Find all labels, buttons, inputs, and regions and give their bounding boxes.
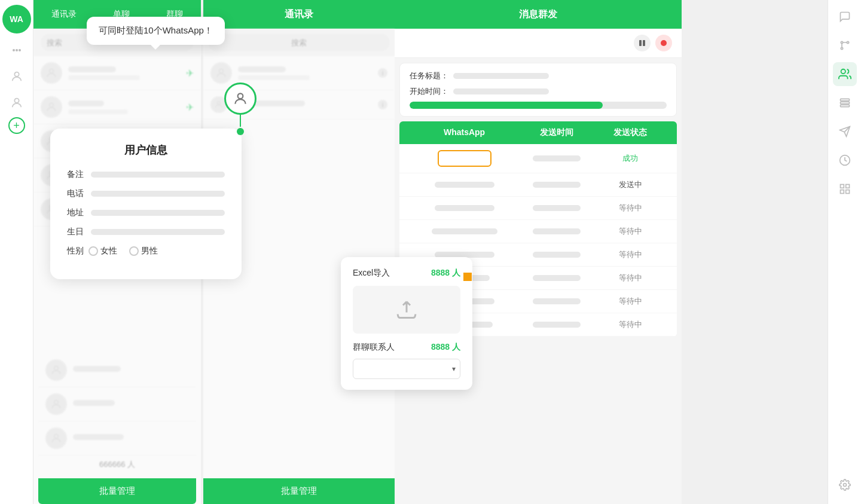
contact-item[interactable]: ✈	[33, 90, 201, 124]
gender-label: 性别	[67, 246, 84, 256]
add-account-button[interactable]: +	[8, 117, 25, 134]
contact-name	[68, 66, 116, 72]
svg-rect-23	[840, 99, 849, 100]
task-time-row: 开始时间：	[410, 86, 667, 97]
profile-circle-icon[interactable]	[224, 83, 257, 115]
send-time-cell	[520, 205, 593, 211]
svg-point-3	[14, 72, 19, 77]
nav-contacts[interactable]: 通讯录	[51, 9, 77, 20]
group-contact-row: 群聊联系人 8888 人	[353, 342, 460, 353]
avatar	[45, 359, 67, 381]
status-pending: 等待中	[619, 249, 642, 260]
clock-icon[interactable]	[833, 148, 857, 172]
settings-icon[interactable]	[833, 473, 857, 497]
wa-bar	[432, 228, 497, 234]
orange-dot	[463, 273, 472, 281]
svg-point-19	[841, 47, 842, 49]
contact-name	[73, 400, 115, 406]
contact-name	[68, 100, 104, 106]
stop-button[interactable]	[655, 35, 672, 51]
female-radio[interactable]	[88, 246, 98, 256]
badge: i	[378, 68, 387, 78]
send-time-cell	[520, 322, 593, 328]
person-icon[interactable]	[5, 65, 29, 88]
svg-rect-31	[840, 190, 844, 194]
contact-item[interactable]	[38, 353, 196, 387]
dots-menu-icon[interactable]	[5, 38, 29, 62]
svg-rect-24	[840, 102, 849, 103]
task-title-value	[453, 73, 549, 79]
svg-point-5	[50, 69, 54, 73]
phone-row: 电话	[67, 188, 225, 199]
app-logo[interactable]: WA	[2, 5, 31, 33]
center-search-input[interactable]	[208, 33, 390, 51]
center-bottom: 批量管理	[203, 471, 395, 504]
contact-item[interactable]	[38, 387, 196, 421]
whatsapp-cell-1	[409, 150, 520, 167]
remark-label: 备注	[67, 169, 84, 180]
sub-bar	[238, 75, 310, 80]
batch-manage-button[interactable]: 批量管理	[38, 478, 196, 504]
group-select[interactable]	[353, 359, 460, 379]
excel-import-label: Excel导入	[353, 268, 390, 279]
user-info-card: 用户信息 备注 电话 地址 生日 性别 女性 男性	[50, 129, 242, 279]
time-bar	[533, 228, 581, 234]
status-cell-1: 成功	[594, 153, 667, 164]
broadcast-panel: 消息群发 任务标题： 开始时间：	[395, 0, 682, 504]
avatar	[41, 96, 62, 118]
progress-bar-container	[410, 102, 667, 109]
svg-point-2	[19, 49, 21, 51]
time-bar	[533, 182, 581, 188]
broadcast-controls	[395, 29, 682, 58]
status-sending: 发送中	[619, 179, 642, 190]
contact-item[interactable]: ✈	[33, 56, 201, 90]
branch-icon[interactable]	[833, 33, 857, 57]
contact-name	[73, 434, 124, 440]
broadcast-title: 消息群发	[519, 8, 557, 21]
contact-info	[73, 400, 189, 409]
upload-icon	[396, 299, 417, 320]
wa-bar	[435, 182, 494, 188]
svg-point-20	[847, 41, 848, 43]
svg-rect-32	[845, 190, 849, 194]
list-icon[interactable]	[833, 91, 857, 115]
center-batch-btn[interactable]: 批量管理	[203, 478, 395, 504]
svg-point-0	[13, 49, 15, 51]
status-pending: 等待中	[619, 203, 642, 213]
male-option[interactable]: 男性	[129, 246, 158, 256]
send-icon: ✈	[186, 68, 194, 79]
name-bar	[238, 66, 286, 72]
contact-item[interactable]	[38, 421, 196, 456]
time-bar	[533, 298, 581, 304]
task-info-card: 任务标题： 开始时间：	[399, 63, 677, 117]
avatar	[41, 62, 62, 84]
progress-bar-fill	[410, 102, 603, 109]
person2-icon[interactable]	[5, 91, 29, 115]
female-option[interactable]: 女性	[88, 246, 117, 256]
svg-point-13	[238, 93, 243, 99]
birthday-row: 生日	[67, 227, 225, 237]
table-row: 发送中	[399, 173, 677, 197]
status-pending: 等待中	[619, 296, 642, 307]
female-label: 女性	[100, 246, 117, 256]
connector-dot	[237, 128, 244, 135]
task-title-label: 任务标题：	[410, 71, 448, 81]
chat-bubble-icon[interactable]	[833, 5, 857, 29]
svg-rect-16	[639, 40, 642, 46]
status-cell: 等待中	[594, 226, 667, 237]
contact-info	[68, 100, 180, 114]
orange-dot-connector	[463, 273, 472, 281]
svg-point-21	[841, 41, 842, 43]
contacts-group-icon[interactable]	[833, 62, 857, 86]
send-time-header: 发送时间	[520, 127, 593, 138]
address-label: 地址	[67, 207, 84, 218]
send-paper-plane-icon[interactable]	[833, 120, 857, 143]
male-radio[interactable]	[129, 246, 139, 256]
time-bar	[533, 322, 581, 328]
excel-popup: Excel导入 8888 人 群聊联系人 8888 人 ▾	[341, 257, 472, 390]
upload-area[interactable]	[353, 286, 460, 334]
svg-rect-29	[840, 185, 844, 188]
send-time-cell	[520, 298, 593, 304]
apps-grid-icon[interactable]	[833, 177, 857, 201]
pause-button[interactable]	[634, 35, 651, 51]
